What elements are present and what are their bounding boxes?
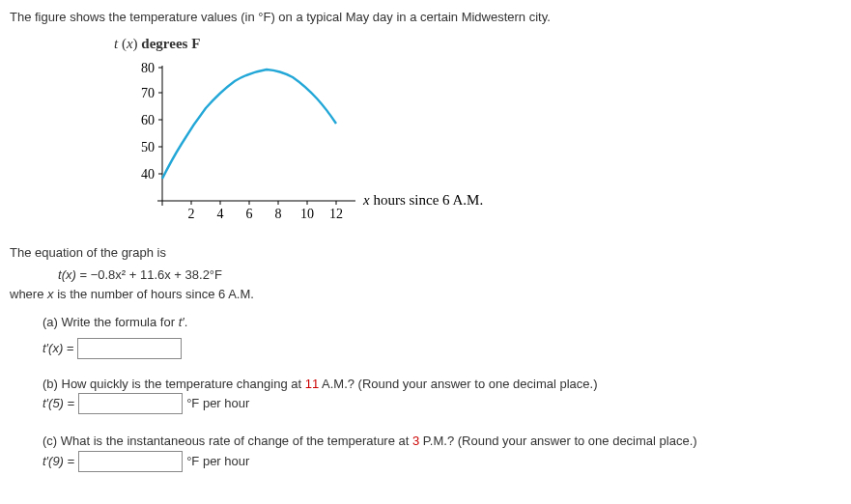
svg-text:40: 40	[141, 167, 155, 182]
part-b-unit: °F per hour	[186, 394, 249, 413]
eq-lhs-func: t	[58, 267, 62, 282]
svg-text:60: 60	[141, 113, 155, 127]
part-b-prompt: (b) How quickly is the temperature chang…	[43, 375, 841, 394]
part-a-input[interactable]	[77, 338, 182, 359]
part-c: (c) What is the instantaneous rate of ch…	[43, 432, 841, 472]
part-c-prompt: (c) What is the instantaneous rate of ch…	[43, 432, 841, 451]
where-clause: where x is the number of hours since 6 A…	[10, 285, 841, 304]
svg-text:12: 12	[329, 207, 343, 221]
svg-text:70: 70	[141, 86, 155, 100]
intro-text: The figure shows the temperature values …	[10, 8, 841, 27]
part-b-red: 11	[305, 377, 319, 391]
part-b-post: A.M.? (Round your answer to one decimal …	[319, 377, 597, 391]
ylabel-func: t	[114, 36, 118, 51]
svg-text:x
       hours since 6 A.M.: x hours since 6 A.M.	[362, 192, 483, 208]
chart-container: t (x) degrees F 40 50 60 70 80 2 4 6 8 1…	[104, 33, 841, 236]
part-c-post: P.M.? (Round your answer to one decimal …	[419, 434, 696, 448]
part-a-post: .	[184, 315, 188, 329]
equation: t(x) = −0.8x² + 11.6x + 38.2°F	[58, 266, 841, 285]
part-a: (a) Write the formula for t′. t′(x) =	[43, 313, 841, 359]
part-c-input[interactable]	[78, 451, 183, 472]
y-axis-label: t (x) degrees F	[114, 33, 841, 55]
eq-rhs: −0.8x² + 11.6x + 38.2°F	[91, 267, 222, 282]
ylabel-text: degrees F	[141, 36, 200, 51]
svg-text:4: 4	[217, 207, 224, 221]
svg-text:2: 2	[188, 207, 195, 221]
where-pre: where	[10, 287, 47, 301]
eq-lhs-arg: x	[66, 267, 72, 282]
equation-intro: The equation of the graph is	[10, 243, 841, 263]
part-a-pre: (a) Write the formula for	[43, 315, 179, 329]
part-c-pre: (c) What is the instantaneous rate of ch…	[43, 434, 412, 448]
part-b-input[interactable]	[78, 393, 183, 414]
part-b-lhs: t′(5) =	[43, 394, 74, 413]
ylabel-arg: x	[127, 36, 133, 51]
curve-line	[162, 70, 336, 179]
svg-text:6: 6	[246, 207, 253, 221]
temperature-chart: 40 50 60 70 80 2 4 6 8 10 12 x hours sin…	[104, 56, 510, 230]
part-b-pre: (b) How quickly is the temperature chang…	[43, 377, 305, 391]
part-c-lhs: t′(9) =	[43, 452, 74, 471]
part-a-prompt: (a) Write the formula for t′.	[43, 313, 841, 332]
svg-text:50: 50	[141, 140, 155, 154]
svg-text:8: 8	[275, 207, 282, 221]
part-c-unit: °F per hour	[186, 452, 249, 471]
part-b: (b) How quickly is the temperature chang…	[43, 375, 841, 415]
where-post: is the number of hours since 6 A.M.	[54, 287, 254, 301]
part-a-lhs: t′(x) =	[43, 339, 73, 358]
svg-text:10: 10	[300, 207, 314, 221]
svg-text:80: 80	[141, 61, 155, 75]
